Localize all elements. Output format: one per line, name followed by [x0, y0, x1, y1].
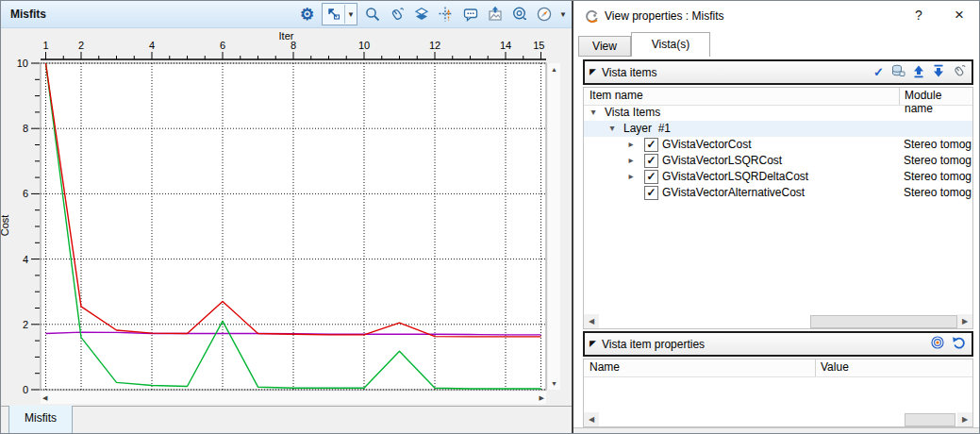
properties-column-header[interactable]: Name Value [584, 359, 972, 377]
compass-icon[interactable] [534, 4, 554, 25]
compass-dropdown-arrow-icon[interactable]: ▼ [559, 10, 567, 19]
app-logo-icon [584, 8, 600, 25]
collapsed-arrow-icon[interactable]: ▸ [625, 171, 637, 181]
x-tick-label: 10 [358, 40, 370, 51]
tree-row[interactable]: ▸✓GVistaVectorLSQRDeltaCostStereo tomog [584, 169, 972, 185]
vista-items-section-header[interactable]: ◤ Vista items ✓ [583, 59, 973, 85]
layers-icon[interactable] [411, 4, 431, 25]
scroll-left-icon[interactable]: ◀ [584, 314, 599, 328]
tab-vistas[interactable]: Vista(s) [631, 32, 710, 57]
misfits-plot-pane: Misfits ⚙ ▼ [1, 1, 572, 434]
tree-item-label: Vista Items [605, 106, 660, 119]
scrollbar-thumb[interactable] [810, 315, 957, 328]
bottom-strip [573, 427, 980, 434]
mouse-pick-icon[interactable] [387, 4, 407, 25]
zoom-actual-icon[interactable] [509, 4, 529, 25]
tree-row[interactable]: ▾Layer #1 [584, 121, 972, 137]
scrollbar-thumb[interactable] [905, 413, 955, 426]
column-name[interactable]: Name [590, 360, 620, 374]
export-image-icon[interactable] [485, 4, 505, 25]
scroll-right-icon[interactable]: ▶ [540, 393, 544, 402]
plot-toolbar: ⚙ ▼ [297, 2, 567, 26]
column-divider[interactable] [815, 359, 816, 376]
scroll-left-icon[interactable]: ◀ [584, 412, 599, 426]
select-mode-icon [323, 5, 345, 24]
tracking-cursor-icon[interactable] [436, 4, 456, 25]
scroll-right-icon[interactable]: ▶ [957, 314, 972, 328]
x-tick-label: 8 [291, 40, 296, 51]
column-item-name[interactable]: Item name [590, 89, 643, 102]
properties-hscrollbar[interactable]: ◀ ▶ [584, 412, 972, 426]
app-window: Misfits ⚙ ▼ [0, 0, 980, 434]
item-checkbox[interactable]: ✓ [644, 186, 658, 200]
select-mode-button[interactable]: ▼ [322, 3, 357, 25]
module-name-cell: Stereo tomog [904, 170, 972, 183]
mouse-select-icon[interactable] [952, 63, 967, 81]
target-icon[interactable] [930, 335, 945, 353]
tree-item-label: Layer #1 [623, 122, 671, 135]
column-divider[interactable] [899, 88, 900, 105]
tree-item-label: GVistaVectorAlternativeCost [662, 186, 805, 199]
zoom-tool-icon[interactable] [362, 4, 382, 25]
vista-items-toolbar: ✓ [873, 63, 967, 81]
vista-items-tree: Item name Module name ▾Vista Items▾Layer… [583, 87, 973, 329]
expanded-arrow-icon[interactable]: ▾ [606, 123, 618, 133]
collapsed-arrow-icon[interactable]: ▸ [625, 155, 637, 165]
vista-item-properties-table: Name Value ◀ ▶ [583, 359, 973, 427]
item-checkbox[interactable]: ✓ [644, 170, 658, 184]
x-tick-label: 4 [149, 40, 155, 51]
scrollbar-track [599, 412, 957, 426]
tree-row[interactable]: ▾Vista Items [584, 105, 972, 121]
tree-hscrollbar[interactable]: ◀ ▶ [584, 314, 972, 328]
vista-item-properties-section-header[interactable]: ◤ Vista item properties [583, 331, 973, 357]
settings-gear-icon[interactable]: ⚙ [297, 4, 317, 25]
item-checkbox[interactable]: ✓ [644, 154, 658, 168]
tree-row[interactable]: ✓GVistaVectorAlternativeCostStereo tomog [584, 185, 972, 201]
tab-view[interactable]: View [578, 36, 631, 57]
y-tick-label: 6 [23, 188, 28, 199]
x-tick-label: 15 [533, 40, 544, 51]
tree-rows: ▾Vista Items▾Layer #1▸✓GVistaVectorCostS… [584, 105, 972, 314]
x-tick-label: 6 [220, 40, 225, 51]
plot-tab-bar: Misfits [1, 406, 572, 434]
collapse-triangle-icon: ◤ [590, 68, 596, 76]
move-bottom-icon[interactable] [932, 64, 945, 81]
vista-item-properties-title: Vista item properties [602, 338, 705, 351]
chevron-down-icon[interactable]: ▼ [345, 10, 357, 19]
help-button[interactable]: ? [909, 8, 928, 25]
tree-row[interactable]: ▸✓GVistaVectorLSQRCostStereo tomog [584, 153, 972, 169]
tree-item-label: GVistaVectorLSQRDeltaCost [662, 170, 808, 183]
plot-horizontal-scrollbar[interactable]: ◀ ▶ [41, 392, 546, 404]
tree-item-label: GVistaVectorLSQRCost [662, 154, 782, 167]
scroll-left-icon[interactable]: ◀ [42, 393, 47, 402]
y-tick-label: 4 [23, 254, 28, 265]
undo-icon[interactable] [952, 335, 967, 353]
check-all-icon[interactable]: ✓ [873, 66, 884, 78]
x-tick-label: 1 [42, 40, 48, 51]
scroll-up-icon[interactable]: ▲ [548, 65, 560, 74]
view-properties-pane: View properties : Misfits ? × ViewVista(… [573, 1, 980, 434]
expanded-arrow-icon[interactable]: ▾ [588, 107, 599, 117]
tab-misfits[interactable]: Misfits [8, 406, 73, 434]
item-checkbox[interactable]: ✓ [644, 138, 658, 152]
collapsed-arrow-icon[interactable]: ▸ [625, 139, 637, 149]
tree-column-header[interactable]: Item name Module name [584, 88, 972, 106]
move-top-icon[interactable] [912, 64, 925, 81]
comment-icon[interactable] [460, 4, 480, 25]
x-tick-label: 14 [500, 40, 511, 51]
close-button[interactable]: × [949, 6, 970, 25]
plot-vertical-scrollbar[interactable]: ▲ ▼ [548, 63, 560, 390]
module-name-cell: Stereo tomog [904, 138, 972, 151]
vista-items-section-title: Vista items [602, 66, 656, 79]
y-tick-label: 2 [23, 319, 28, 330]
tree-row[interactable]: ▸✓GVistaVectorCostStereo tomog [584, 137, 972, 153]
dialog-title: View properties : Misfits [605, 9, 724, 23]
column-value[interactable]: Value [821, 360, 849, 374]
misfits-line-chart: 12468101214150246810 [1, 27, 572, 405]
scroll-right-icon[interactable]: ▶ [957, 412, 972, 426]
scroll-down-icon[interactable]: ▼ [548, 379, 560, 388]
y-tick-label: 0 [23, 384, 28, 395]
database-icon[interactable] [890, 63, 905, 81]
module-name-cell: Stereo tomog [904, 154, 972, 167]
tree-item-label: GVistaVectorCost [662, 138, 752, 151]
